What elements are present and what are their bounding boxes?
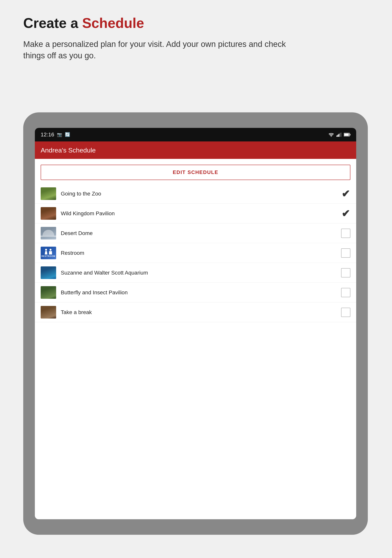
app-content: EDIT SCHEDULE Going to the Zoo ✔ bbox=[35, 159, 356, 519]
app-header: Andrea's Schedule bbox=[35, 141, 356, 159]
list-item: Going to the Zoo ✔ bbox=[35, 184, 356, 204]
page-headline: Create a Schedule bbox=[23, 16, 369, 31]
restroom-label: RESTROOM bbox=[42, 255, 55, 257]
device-screen: 12:16 📷 🔄 bbox=[35, 128, 356, 519]
list-item: Desert Dome bbox=[35, 223, 356, 243]
item-checkbox-wild[interactable]: ✔ bbox=[341, 209, 350, 218]
item-checkbox-break[interactable] bbox=[341, 308, 350, 317]
list-item: Butterfly and Insect Pavilion bbox=[35, 283, 356, 302]
item-label-restroom: Restroom bbox=[61, 250, 341, 256]
item-label-wild: Wild Kingdom Pavilion bbox=[61, 210, 341, 217]
item-label-break: Take a break bbox=[61, 309, 341, 315]
sync-icon: 🔄 bbox=[65, 132, 70, 137]
svg-rect-1 bbox=[336, 135, 337, 137]
restroom-icon: RESTROOM bbox=[41, 247, 56, 259]
figure-male bbox=[45, 249, 47, 255]
device-frame: 12:16 📷 🔄 bbox=[23, 112, 368, 535]
camera-icon: 📷 bbox=[57, 132, 62, 137]
item-label-desert: Desert Dome bbox=[61, 230, 341, 236]
headline-prefix: Create a bbox=[23, 15, 82, 31]
list-item: RESTROOM Restroom bbox=[35, 243, 356, 263]
status-time: 12:16 bbox=[41, 131, 54, 138]
item-checkbox-zoo[interactable]: ✔ bbox=[341, 189, 350, 198]
page-subtitle: Make a personalized plan for your visit.… bbox=[23, 39, 294, 61]
list-item: Take a break bbox=[35, 302, 356, 322]
headline-highlight: Schedule bbox=[82, 15, 144, 31]
svg-point-0 bbox=[331, 136, 332, 137]
restroom-figures bbox=[45, 249, 52, 255]
item-checkbox-desert[interactable] bbox=[341, 229, 350, 238]
figure-body bbox=[45, 251, 47, 255]
checkmark-icon: ✔ bbox=[341, 189, 350, 199]
checkmark-icon: ✔ bbox=[341, 209, 350, 218]
figure-head bbox=[45, 249, 47, 251]
status-bar: 12:16 📷 🔄 bbox=[35, 128, 356, 141]
item-label-aquarium: Suzanne and Walter Scott Aquarium bbox=[61, 270, 341, 276]
figure-female bbox=[49, 249, 52, 255]
svg-rect-3 bbox=[339, 134, 339, 137]
item-image-zoo bbox=[41, 187, 56, 200]
item-image-butterfly bbox=[41, 286, 56, 299]
svg-rect-2 bbox=[337, 135, 338, 137]
schedule-list: Going to the Zoo ✔ Wild Kingdom Pavilion… bbox=[35, 184, 356, 322]
item-label-zoo: Going to the Zoo bbox=[61, 191, 341, 197]
item-checkbox-aquarium[interactable] bbox=[341, 268, 350, 278]
svg-rect-8 bbox=[349, 134, 350, 135]
svg-rect-4 bbox=[340, 133, 340, 137]
item-image-aquarium bbox=[41, 266, 56, 279]
page-content: Create a Schedule Make a personalized pl… bbox=[0, 0, 392, 88]
list-item: Wild Kingdom Pavilion ✔ bbox=[35, 204, 356, 223]
item-image-desert bbox=[41, 227, 56, 239]
item-label-butterfly: Butterfly and Insect Pavilion bbox=[61, 289, 341, 296]
item-checkbox-butterfly[interactable] bbox=[341, 288, 350, 297]
item-image-restroom: RESTROOM bbox=[41, 247, 56, 259]
battery-icon bbox=[344, 133, 350, 137]
item-image-wild bbox=[41, 207, 56, 220]
dome-base bbox=[41, 235, 56, 237]
wifi-icon bbox=[328, 132, 334, 137]
figure-body bbox=[49, 251, 52, 255]
item-image-break bbox=[41, 306, 56, 319]
edit-schedule-button[interactable]: EDIT SCHEDULE bbox=[41, 165, 350, 180]
signal-icon bbox=[336, 132, 341, 137]
svg-rect-7 bbox=[344, 133, 349, 136]
figure-head bbox=[50, 249, 51, 251]
status-icons bbox=[328, 132, 350, 137]
svg-rect-5 bbox=[341, 132, 341, 137]
list-item: Suzanne and Walter Scott Aquarium bbox=[35, 263, 356, 283]
item-checkbox-restroom[interactable] bbox=[341, 248, 350, 258]
app-title: Andrea's Schedule bbox=[41, 147, 96, 154]
status-left: 12:16 📷 🔄 bbox=[41, 131, 70, 138]
